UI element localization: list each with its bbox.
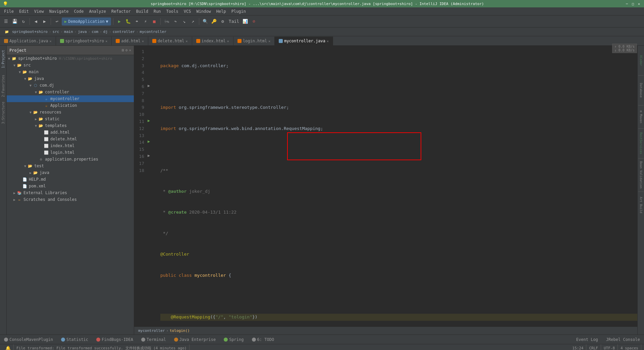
tab-delete-html[interactable]: delete.html ✕ bbox=[148, 37, 192, 45]
menu-run[interactable]: Run bbox=[151, 7, 164, 15]
btab-findbugs[interactable]: FindBugs-IDEA bbox=[92, 335, 137, 344]
tree-pom-xml[interactable]: 📄 pom.xml bbox=[7, 183, 134, 189]
toolbar-project-btn[interactable]: ☰ bbox=[2, 17, 10, 26]
breadcrumb-src[interactable]: src bbox=[53, 30, 59, 34]
vtab-project[interactable]: 1:Project bbox=[0, 46, 6, 73]
menu-navigate[interactable]: Navigate bbox=[47, 7, 71, 15]
status-position[interactable]: 15:24 bbox=[570, 344, 586, 350]
sidebar-close-btn[interactable]: ✕ bbox=[129, 48, 131, 52]
minimize-button[interactable]: ─ bbox=[625, 1, 629, 6]
sidebar-collapse-btn[interactable]: ⊞ bbox=[122, 48, 124, 52]
vtab-structure[interactable]: 3:Structure bbox=[0, 99, 6, 126]
tree-src[interactable]: ▼ 📂 src bbox=[7, 62, 134, 69]
tree-login-html[interactable]: ⬜ login.html bbox=[7, 149, 134, 156]
tree-resources[interactable]: ▼ 📂 resources bbox=[7, 109, 134, 116]
status-encoding[interactable]: UTF-8 bbox=[601, 344, 618, 350]
close-button[interactable]: ✕ bbox=[637, 1, 641, 6]
breadcrumb-java[interactable]: java bbox=[78, 30, 87, 34]
tree-scratches[interactable]: ▶ ✏ Scratches and Consoles bbox=[7, 196, 134, 203]
tree-test[interactable]: ▼ 📂 test bbox=[7, 163, 134, 169]
menu-tools[interactable]: Tools bbox=[164, 7, 181, 15]
toolbar-step-over-btn[interactable]: ↷ bbox=[171, 17, 179, 26]
tree-application[interactable]: ☕ Application bbox=[7, 102, 134, 109]
tree-static[interactable]: ▶ 📂 static bbox=[7, 116, 134, 122]
toolbar-back-btn[interactable]: ◀ bbox=[32, 17, 40, 26]
toolbar-search-btn[interactable]: 🔍 bbox=[201, 17, 209, 26]
menu-help[interactable]: Help bbox=[214, 7, 229, 15]
rs-restservices[interactable]: RestServices bbox=[638, 130, 644, 157]
tree-delete-html[interactable]: ⬜ delete.html bbox=[7, 136, 134, 142]
menu-build[interactable]: Build bbox=[133, 7, 151, 15]
tab-close-springboot[interactable]: ✕ bbox=[105, 39, 107, 43]
menu-code[interactable]: Code bbox=[71, 7, 87, 15]
rs-maven[interactable]: m Maven bbox=[638, 107, 644, 127]
btab-terminal[interactable]: Terminal bbox=[137, 335, 170, 344]
toolbar-ant-btn[interactable]: 🐜 bbox=[163, 17, 171, 26]
tree-main[interactable]: ▼ 📂 main bbox=[7, 69, 134, 75]
tree-controller[interactable]: ▼ 📂 controller bbox=[7, 89, 134, 95]
toolbar-step-out-btn[interactable]: ↗ bbox=[189, 17, 197, 26]
rs-bean-validation[interactable]: Bean Validation bbox=[638, 160, 644, 190]
btab-console-maven[interactable]: ConsoleMavenPlugin bbox=[0, 335, 57, 344]
sidebar-settings-btn[interactable]: ⚙ bbox=[125, 48, 128, 52]
toolbar-run-btn[interactable]: ▶ bbox=[115, 17, 123, 26]
breadcrumb-controller[interactable]: controller bbox=[113, 30, 135, 34]
tab-mycontroller-java[interactable]: mycontroller.java ✕ bbox=[275, 37, 333, 45]
tree-add-html[interactable]: ⬜ add.html bbox=[7, 129, 134, 136]
btab-spring[interactable]: Spring bbox=[220, 335, 248, 344]
toolbar-tail-btn[interactable]: Tail bbox=[227, 17, 240, 26]
tab-springboot-shiro[interactable]: springboot+shiro ✕ bbox=[56, 37, 112, 45]
gutter-6[interactable]: ▶ bbox=[148, 83, 155, 90]
code-content[interactable]: package com.dj.controller; import org.sp… bbox=[155, 46, 637, 326]
gutter-11[interactable]: ▶ bbox=[148, 118, 155, 125]
status-indent[interactable]: 4 spaces bbox=[618, 344, 641, 350]
toolbar-profile-btn[interactable]: ⚡ bbox=[142, 17, 150, 26]
tab-close-application-java[interactable]: ✕ bbox=[50, 39, 52, 43]
tree-help-md[interactable]: 📄 HELP.md bbox=[7, 176, 134, 183]
tab-close-mycontroller[interactable]: ✕ bbox=[327, 39, 329, 43]
breadcrumb-springboot[interactable]: springboot+shiro bbox=[12, 30, 48, 34]
status-crlf[interactable]: CRLF bbox=[586, 344, 601, 350]
rs-xcoder[interactable]: XCoder bbox=[638, 47, 644, 74]
tree-external-libs[interactable]: ▶ 📚 External Libraries bbox=[7, 189, 134, 196]
tree-test-java[interactable]: ▶ 📂 java bbox=[7, 169, 134, 176]
tree-com-dj[interactable]: ▼ ⬡ com.dj bbox=[7, 82, 134, 89]
toolbar-step-into-btn[interactable]: ↘ bbox=[180, 17, 188, 26]
tree-mycontroller[interactable]: ☕ mycontroller bbox=[7, 95, 134, 102]
tab-close-delete-html[interactable]: ✕ bbox=[186, 39, 188, 43]
menu-file[interactable]: File bbox=[1, 7, 16, 15]
btab-todo[interactable]: 6: TODO bbox=[248, 335, 278, 344]
gutter-16[interactable]: ▶ bbox=[148, 153, 155, 160]
btab-java-enterprise[interactable]: Java Enterprise bbox=[170, 335, 220, 344]
btab-event-log[interactable]: Event Log bbox=[572, 335, 602, 344]
menu-analyze[interactable]: Analyze bbox=[86, 7, 109, 15]
vtab-favorites[interactable]: 2:Favorites bbox=[0, 73, 6, 99]
menu-vcs[interactable]: VCS bbox=[181, 7, 194, 15]
rs-art-build[interactable]: Art Build bbox=[638, 193, 644, 217]
menu-view[interactable]: View bbox=[32, 7, 47, 15]
tree-templates[interactable]: ▼ 📂 templates bbox=[7, 122, 134, 129]
tab-application-java[interactable]: Application.java ✕ bbox=[0, 37, 56, 45]
rs-database[interactable]: Database bbox=[638, 77, 644, 104]
tab-close-login-html[interactable]: ✕ bbox=[268, 39, 270, 43]
menu-edit[interactable]: Edit bbox=[16, 7, 32, 15]
maximize-button[interactable]: □ bbox=[631, 1, 635, 6]
tab-index-html[interactable]: index.html ✕ bbox=[192, 37, 233, 45]
toolbar-sync-btn[interactable]: ↻ bbox=[19, 17, 28, 26]
demo-app-dropdown[interactable]: ▶ DemoApplication ▼ bbox=[62, 17, 111, 26]
toolbar-power-btn[interactable]: ⊘ bbox=[250, 17, 258, 26]
toolbar-fwd-btn[interactable]: ▶ bbox=[41, 17, 49, 26]
toolbar-coverage-btn[interactable]: ☂ bbox=[133, 17, 141, 26]
code-editor[interactable]: 1 2 3 4 5 6 7 8 9 10 11 12 13 14 15 16 1… bbox=[134, 46, 637, 335]
btab-jrebel[interactable]: JRebel Console bbox=[602, 335, 644, 344]
tree-index-html[interactable]: ⬜ index.html bbox=[7, 142, 134, 149]
toolbar-save-btn[interactable]: 💾 bbox=[11, 17, 19, 26]
toolbar-undo-btn[interactable]: ↩ bbox=[53, 17, 61, 26]
menu-refactor[interactable]: Refactor bbox=[109, 7, 133, 15]
tree-java[interactable]: ▼ 📂 java bbox=[7, 75, 134, 82]
breadcrumb-dj[interactable]: dj bbox=[103, 30, 108, 34]
tab-login-html[interactable]: login.html ✕ bbox=[233, 37, 275, 45]
toolbar-stop-btn[interactable]: ■ bbox=[150, 17, 158, 26]
breadcrumb-main[interactable]: main bbox=[64, 30, 73, 34]
tree-app-props[interactable]: ⚙ application.properties bbox=[7, 156, 134, 163]
